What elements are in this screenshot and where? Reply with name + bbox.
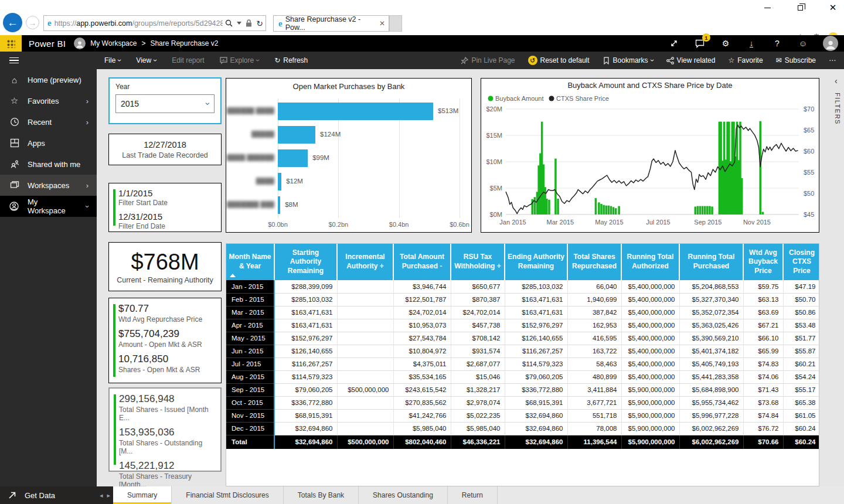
value-cell: $35,534,165	[393, 370, 451, 383]
legend-label-price: CTXS Share Price	[556, 95, 609, 102]
table-row[interactable]: Oct - 2015$336,772,880$270,835,562$2,978…	[226, 396, 819, 409]
search-icon[interactable]	[225, 19, 233, 27]
window-close-button[interactable]: ✕	[826, 2, 839, 13]
sidebar-item-apps[interactable]: Apps	[0, 132, 97, 154]
column-header[interactable]: Wtd Avg Buyback Price	[743, 244, 783, 280]
column-header[interactable]: Total Amount Purchased -	[393, 244, 451, 280]
new-tab-button[interactable]	[389, 15, 402, 32]
settings-gear-icon[interactable]: ⚙	[720, 38, 731, 49]
sidebar-item-recent[interactable]: Recent ›	[0, 111, 97, 132]
toolbar-left: File› View› Edit report Explore› ↻Refres…	[104, 56, 308, 64]
user-avatar[interactable]	[823, 36, 838, 51]
bar-value-label: $99M	[312, 154, 329, 161]
table-row[interactable]: Jan - 2015$288,399,099$3,946,744$650,677…	[226, 280, 819, 293]
authority-table-visual[interactable]: Month Name & YearStarting Authority Rema…	[226, 243, 819, 486]
comments-icon[interactable]: 1	[694, 38, 706, 49]
bar[interactable]	[278, 149, 308, 167]
buyback-bar	[608, 206, 610, 214]
total-shares-card[interactable]: 299,156,948 Total Shares - Issued [Month…	[108, 387, 222, 472]
expand-filters-icon[interactable]: ‹	[835, 76, 838, 86]
table-row[interactable]: Nov - 2015$68,915,391$41,242,766$5,022,2…	[226, 409, 819, 422]
table-row[interactable]: Feb - 2015$285,103,032$122,501,787$870,3…	[226, 293, 819, 306]
column-header[interactable]: Incremental Authority +	[337, 244, 393, 280]
table-row[interactable]: May - 2015$152,976,297$27,543,784$708,14…	[226, 332, 819, 345]
bar[interactable]	[278, 126, 315, 144]
refresh-page-icon[interactable]: ↻	[256, 19, 263, 28]
column-header[interactable]: Month Name & Year	[226, 244, 274, 280]
sidebar-item-my-workspace[interactable]: My Workspace ›	[0, 196, 97, 217]
chevron-down-icon[interactable]	[237, 22, 241, 25]
column-header[interactable]: Ending Authority Remaining	[505, 244, 567, 280]
feedback-smiley-icon[interactable]: ☺	[797, 38, 809, 49]
scroll-left-icon[interactable]: ◂	[100, 492, 103, 499]
value-cell: $71.43	[743, 383, 783, 396]
bank-bar-chart[interactable]: Open Market Purchases by Bank $0.0bn$0.2…	[226, 78, 472, 233]
window-restore-button[interactable]	[794, 2, 806, 13]
value-cell: 78,008	[567, 422, 621, 435]
sidebar-item-favorites[interactable]: ☆ Favorites ›	[0, 90, 97, 111]
buyback-combo-chart[interactable]: Buyback Amount and CTXS Share Price by D…	[481, 78, 819, 233]
page-tab-shares-oustanding[interactable]: Shares Oustanding	[359, 486, 448, 504]
url-text[interactable]: https://app.powerbi.com/groups/me/report…	[55, 19, 223, 28]
tab-scroll-arrows[interactable]: ◂ ▸	[97, 486, 113, 504]
filters-pane-collapsed[interactable]: ‹ FILTERS	[831, 69, 844, 486]
scroll-right-icon[interactable]: ▸	[107, 492, 111, 499]
nav-pane-toggle[interactable]	[9, 57, 19, 64]
download-icon[interactable]: ↓	[746, 38, 757, 49]
sidebar-item-workspaces[interactable]: Workspaces ›	[0, 175, 97, 196]
app-launcher-button[interactable]	[0, 35, 22, 52]
subscribe-button[interactable]: ✉Subscribe	[776, 56, 816, 64]
page-tab-financial-stmt-disclosures[interactable]: Financial Stmt Disclosures	[172, 486, 283, 504]
legend-label-buyback: Buyback Amount	[495, 95, 544, 102]
get-data-button[interactable]: Get Data	[0, 486, 97, 504]
page-tab-summary[interactable]: Summary	[113, 486, 172, 504]
browser-forward-button[interactable]: →	[26, 16, 39, 29]
value-cell: $55.87	[783, 345, 819, 357]
view-menu[interactable]: View›	[136, 56, 156, 64]
sidebar-item-shared-with-me[interactable]: Shared with me	[0, 154, 97, 175]
bar[interactable]	[278, 196, 280, 214]
table-row[interactable]: Dec - 2015$32,694,860$5,985,040$5,985,04…	[226, 422, 819, 435]
column-header[interactable]: Total Shares Repurchased	[567, 244, 621, 280]
column-header[interactable]: RSU Tax Withholding +	[451, 244, 505, 280]
buyback-bar	[554, 159, 557, 214]
view-related-button[interactable]: View related	[666, 56, 716, 64]
more-options-button[interactable]: ⋯	[829, 56, 836, 64]
file-menu[interactable]: File›	[104, 56, 121, 64]
value-cell: $51.77	[783, 332, 819, 345]
fullscreen-icon[interactable]	[668, 38, 680, 49]
bar[interactable]	[278, 103, 433, 120]
browser-nav-row: ← → e https://app.powerbi.com/groups/me/…	[0, 14, 844, 34]
reset-to-default-button[interactable]: ↺Reset to default	[528, 56, 590, 65]
column-header[interactable]: Starting Authority Remaining	[274, 244, 337, 280]
browser-back-button[interactable]: ←	[3, 13, 22, 32]
browser-tab[interactable]: e Share Repurchase v2 - Pow... ✕	[273, 15, 389, 32]
help-icon[interactable]: ?	[771, 38, 783, 49]
table-row[interactable]: Sep - 2015$79,060,205$500,000,000$243,61…	[226, 383, 819, 396]
tab-close-icon[interactable]: ✕	[379, 19, 385, 28]
column-header[interactable]: Running Total Authorized	[621, 244, 679, 280]
address-bar[interactable]: e https://app.powerbi.com/groups/me/repo…	[43, 15, 266, 31]
table-row[interactable]: Mar - 2015$163,471,631$24,702,014$24,702…	[226, 306, 819, 319]
star-icon: ☆	[9, 96, 19, 106]
buyback-bar	[598, 202, 600, 214]
bar[interactable]	[278, 173, 281, 190]
table-row[interactable]: Jun - 2015$126,140,655$10,804,972$931,57…	[226, 345, 819, 357]
sidebar-item-home[interactable]: ⌂ Home (preview)	[0, 69, 97, 90]
favorite-button[interactable]: ☆Favorite	[728, 56, 763, 64]
table-row[interactable]: Aug - 2015$114,579,323$35,534,165$15,046…	[226, 370, 819, 383]
refresh-button[interactable]: ↻Refresh	[274, 56, 308, 64]
breadcrumb-workspace[interactable]: My Workspace	[90, 39, 137, 47]
page-tab-return[interactable]: Return	[448, 486, 498, 504]
window-minimize-button[interactable]	[761, 2, 774, 13]
page-tab-totals-by-bank[interactable]: Totals By Bank	[284, 486, 359, 504]
column-header[interactable]: Running Total Purchased	[679, 244, 743, 280]
powerbi-logo[interactable]: Power BI	[29, 39, 66, 49]
bookmarks-menu[interactable]: Bookmarks›	[603, 56, 654, 64]
column-header[interactable]: Closing CTXS Price	[783, 244, 819, 280]
table-row[interactable]: Apr - 2015$163,471,631$10,953,073$457,73…	[226, 319, 819, 332]
table-row[interactable]: Jul - 2015$116,267,257$4,375,011$2,687,0…	[226, 357, 819, 370]
year-slicer-dropdown[interactable]: 2015 ›	[115, 94, 215, 113]
value-cell: $74.83	[743, 357, 783, 370]
chevron-down-icon: ›	[83, 205, 91, 207]
